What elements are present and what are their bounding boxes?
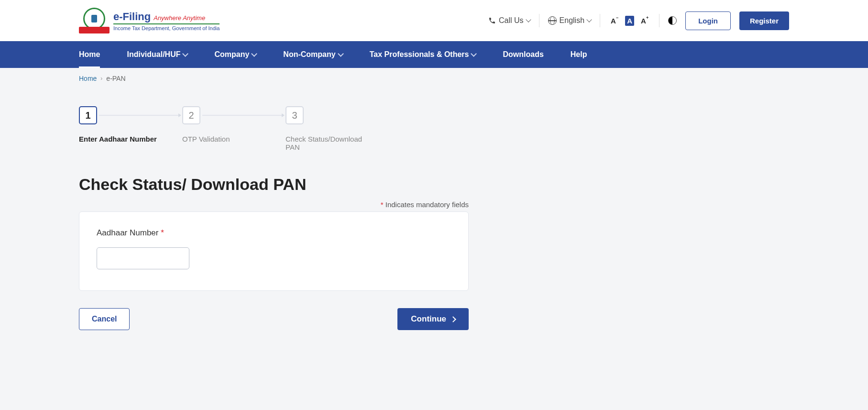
font-size-controls: A− A A+ — [609, 16, 650, 26]
step-1-label: Enter Aadhaar Number — [79, 135, 157, 143]
page-title: Check Status/ Download PAN — [79, 175, 469, 194]
aadhaar-label: Aadhaar Number * — [97, 228, 451, 238]
mandatory-note: * Indicates mandatory fields — [79, 200, 469, 209]
nav-company[interactable]: Company — [214, 41, 256, 68]
action-row: Cancel Continue — [79, 308, 469, 330]
breadcrumb: Home › e-PAN — [0, 68, 868, 87]
font-increase-button[interactable]: A+ — [639, 16, 650, 26]
step-3-number: 3 — [286, 106, 304, 124]
register-button[interactable]: Register — [739, 11, 789, 30]
nav-help[interactable]: Help — [571, 41, 587, 68]
chevron-right-icon — [450, 316, 456, 322]
emblem-icon — [79, 8, 110, 33]
call-us-label: Call Us — [499, 16, 524, 25]
progress-stepper: 1 Enter Aadhaar Number 2 OTP Validation … — [0, 87, 868, 151]
divider — [600, 14, 600, 27]
nav-downloads[interactable]: Downloads — [503, 41, 543, 68]
call-us-dropdown[interactable]: Call Us — [488, 16, 530, 25]
chevron-down-icon — [586, 17, 592, 22]
font-normal-button[interactable]: A — [625, 16, 634, 26]
step-3: 3 Check Status/Download PAN — [286, 106, 389, 151]
step-3-label: Check Status/Download PAN — [286, 135, 372, 151]
font-decrease-button[interactable]: A− — [609, 16, 620, 26]
site-logo[interactable]: e-Filing Anywhere Anytime Income Tax Dep… — [79, 8, 220, 33]
chevron-down-icon — [338, 51, 344, 57]
divider — [539, 14, 539, 27]
continue-label: Continue — [411, 314, 446, 324]
nav-home[interactable]: Home — [79, 41, 100, 68]
language-dropdown[interactable]: English — [548, 16, 591, 25]
language-label: English — [560, 16, 584, 25]
step-2-label: OTP Validation — [182, 135, 230, 143]
globe-icon — [548, 16, 557, 25]
logo-text: e-Filing Anywhere Anytime Income Tax Dep… — [113, 11, 220, 31]
nav-non-company[interactable]: Non-Company — [283, 41, 342, 68]
chevron-down-icon — [183, 51, 189, 57]
step-2-number: 2 — [182, 106, 200, 124]
aadhaar-input[interactable] — [97, 247, 189, 269]
form-card: Aadhaar Number * — [79, 211, 469, 291]
nav-individual-huf[interactable]: Individual/HUF — [127, 41, 187, 68]
step-connector — [99, 115, 180, 116]
logo-title: e-Filing — [113, 11, 151, 23]
step-1: 1 Enter Aadhaar Number — [79, 106, 182, 143]
chevron-right-icon: › — [100, 75, 102, 82]
phone-icon — [488, 17, 496, 24]
primary-nav: Home Individual/HUF Company Non-Company … — [0, 41, 868, 68]
chevron-down-icon — [251, 51, 257, 57]
step-1-number: 1 — [79, 106, 97, 124]
divider — [659, 14, 659, 27]
contrast-toggle-icon[interactable] — [668, 16, 677, 25]
main-content: Check Status/ Download PAN * Indicates m… — [0, 151, 548, 359]
nav-tax-professionals[interactable]: Tax Professionals & Others — [370, 41, 476, 68]
continue-button[interactable]: Continue — [397, 308, 469, 330]
chevron-down-icon — [471, 51, 477, 57]
step-connector — [202, 115, 284, 116]
step-2: 2 OTP Validation — [182, 106, 286, 143]
breadcrumb-current: e-PAN — [106, 75, 125, 82]
chevron-down-icon — [526, 17, 531, 22]
top-header: e-Filing Anywhere Anytime Income Tax Dep… — [0, 0, 868, 41]
breadcrumb-home-link[interactable]: Home — [79, 75, 97, 82]
logo-subtitle: Income Tax Department, Government of Ind… — [113, 23, 220, 31]
login-button[interactable]: Login — [685, 11, 731, 30]
header-controls: Call Us English A− A A+ Login Register — [488, 11, 789, 30]
cancel-button[interactable]: Cancel — [79, 308, 130, 330]
logo-tagline: Anywhere Anytime — [154, 14, 205, 22]
